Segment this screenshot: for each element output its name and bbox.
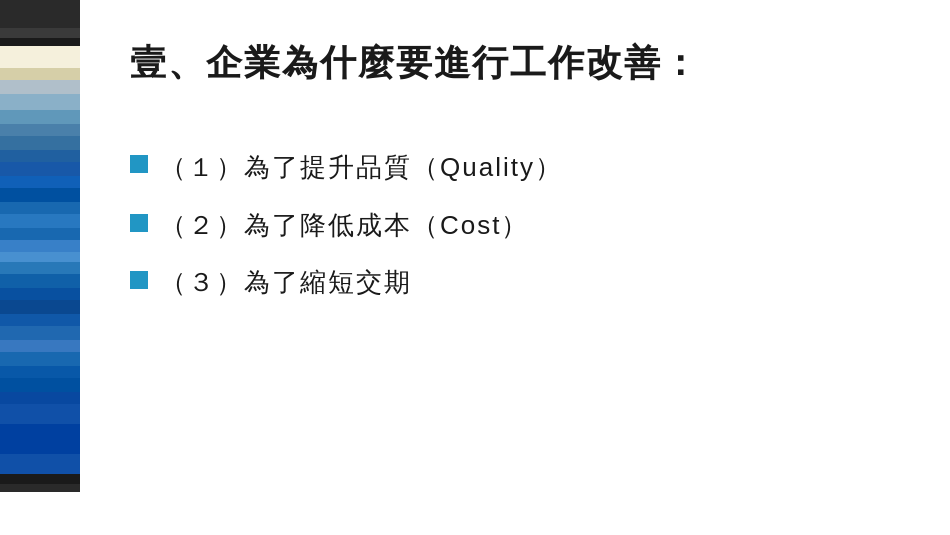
bullet-icon xyxy=(130,155,148,173)
stripe xyxy=(0,392,80,404)
bullet-list: （１）為了提升品質（Quality） （２）為了降低成本（Cost） （３）為了… xyxy=(130,147,900,303)
stripe xyxy=(0,314,80,326)
stripe xyxy=(0,366,80,378)
stripe xyxy=(0,454,80,474)
stripe xyxy=(0,94,80,110)
bullet-icon xyxy=(130,271,148,289)
stripe xyxy=(0,424,80,454)
stripe xyxy=(0,80,80,94)
stripe xyxy=(0,240,80,252)
list-item: （２）為了降低成本（Cost） xyxy=(130,206,900,245)
stripe xyxy=(0,252,80,262)
stripe xyxy=(0,340,80,352)
stripe xyxy=(0,110,80,124)
main-content: 壹、企業為什麼要進行工作改善： （１）為了提升品質（Quality） （２）為了… xyxy=(80,0,950,535)
stripe xyxy=(0,150,80,162)
list-item: （１）為了提升品質（Quality） xyxy=(130,147,900,189)
stripe xyxy=(0,228,80,240)
bullet-text-2: （２）為了降低成本（Cost） xyxy=(160,206,900,245)
stripe xyxy=(0,262,80,274)
stripe xyxy=(0,68,80,80)
stripe xyxy=(0,188,80,202)
bullet-text-1: （１）為了提升品質（Quality） xyxy=(160,147,900,189)
stripe xyxy=(0,378,80,392)
stripe xyxy=(0,0,80,28)
stripe xyxy=(0,28,80,38)
stripe xyxy=(0,124,80,136)
stripe xyxy=(0,474,80,484)
stripe xyxy=(0,38,80,46)
stripe xyxy=(0,202,80,214)
stripe xyxy=(0,484,80,492)
stripe xyxy=(0,214,80,228)
stripe xyxy=(0,404,80,424)
page-title: 壹、企業為什麼要進行工作改善： xyxy=(130,40,900,87)
bullet-icon xyxy=(130,214,148,232)
list-item: （３）為了縮短交期 xyxy=(130,263,900,302)
stripe xyxy=(0,176,80,188)
stripe xyxy=(0,288,80,300)
bullet-text-3: （３）為了縮短交期 xyxy=(160,263,900,302)
stripe xyxy=(0,274,80,288)
stripe xyxy=(0,326,80,340)
decorative-stripe-panel xyxy=(0,0,80,535)
stripe xyxy=(0,300,80,314)
stripe xyxy=(0,162,80,176)
stripe xyxy=(0,136,80,150)
stripe xyxy=(0,352,80,366)
stripe xyxy=(0,46,80,68)
